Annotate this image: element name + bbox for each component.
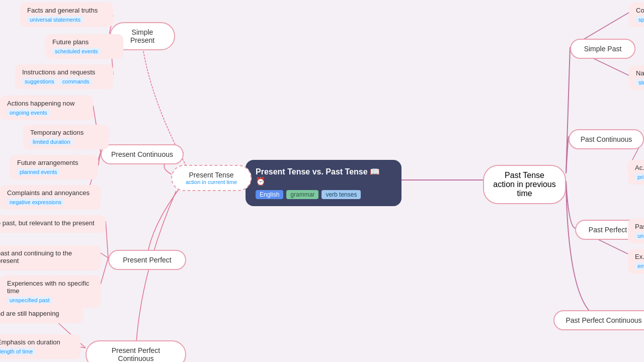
past-perfect-continuous-node[interactable]: Past Perfect Continuous [553, 310, 644, 330]
present-continuous-label: Present Continuous [111, 150, 173, 158]
svg-line-9 [106, 221, 108, 258]
leaf-temporary[interactable]: Temporary actions limited duration [23, 125, 109, 149]
leaf-past-continuing[interactable]: past and continuing to the present [0, 245, 101, 270]
leaf-actions-now-label: Actions happening now [7, 100, 86, 107]
svg-line-19 [566, 47, 570, 173]
tag-grammar[interactable]: grammar [286, 190, 318, 199]
leaf-narrative-right-label: Na... [636, 69, 644, 77]
past-continuous-label: Past Continuous [581, 135, 632, 143]
svg-line-11 [101, 258, 108, 284]
leaf-emphasis-sub: length of time [0, 348, 73, 355]
leaf-emphasis-label: Emphasis on duration [0, 338, 73, 346]
leaf-future-plans[interactable]: Future plans scheduled events [45, 34, 123, 59]
leaf-future-plans-label: Future plans [52, 38, 116, 46]
leaf-completed-right-label: Co... [636, 7, 644, 14]
simple-present-label: Simple Present [130, 28, 154, 44]
leaf-temporary-label: Temporary actions [30, 129, 102, 136]
central-tags: English grammar verb tenses [256, 190, 391, 199]
leaf-complaints-sub: negative expressions [7, 199, 94, 206]
simple-past-label: Simple Past [584, 45, 622, 53]
present-tense-label: Present Tense [181, 171, 242, 179]
leaf-past-relevant[interactable]: e past, but relevant to the present [0, 215, 106, 233]
leaf-experience-right-label: Ex... [635, 253, 644, 260]
present-perfect-label: Present Perfect [123, 256, 172, 264]
tag-verbtenses[interactable]: verb tenses [321, 190, 361, 199]
leaf-actions-now[interactable]: Actions happening now ongoing events [0, 96, 93, 120]
leaf-complaints-label: Complaints and annoyances [7, 189, 94, 197]
leaf-emphasis[interactable]: Emphasis on duration length of time [0, 334, 80, 359]
past-perfect-continuous-label: Past Perfect Continuous [566, 316, 642, 324]
present-continuous-node[interactable]: Present Continuous [101, 144, 184, 164]
leaf-experiences-sub: unspecified past [7, 297, 94, 304]
present-perfect-continuous-node[interactable]: Present Perfect Continuous [86, 340, 186, 362]
past-tense-label: Past Tense [493, 171, 556, 180]
present-tense-node[interactable]: Present Tense action in current time [171, 165, 252, 191]
past-tense-node[interactable]: Past Tense action in previous time [483, 165, 566, 204]
simple-past-node[interactable]: Simple Past [570, 39, 635, 59]
present-tense-sublabel: action in current time [181, 179, 242, 185]
leaf-instructions-label: Instructions and requests [22, 68, 106, 76]
leaf-still-happening[interactable]: nd are still happening [0, 306, 83, 323]
leaf-completed-right[interactable]: Co... spe... [629, 3, 644, 27]
leaf-actions-now-sub: ongoing events [7, 109, 86, 116]
leaf-experiences[interactable]: Experiences with no specific time unspec… [0, 276, 101, 308]
leaf-complaints[interactable]: Complaints and annoyances negative expre… [0, 185, 101, 210]
leaf-past-action-right-label: Pas... [635, 223, 644, 230]
leaf-experience-right[interactable]: Ex... em... [628, 249, 644, 274]
leaf-facts[interactable]: Facts and general truths universal state… [20, 3, 113, 27]
past-perfect-label: Past Perfect [589, 226, 627, 234]
leaf-past-continuing-label: past and continuing to the present [0, 249, 94, 264]
leaf-past-relevant-label: e past, but relevant to the present [0, 219, 99, 227]
present-perfect-continuous-label: Present Perfect Continuous [112, 346, 160, 362]
leaf-past-action-right[interactable]: Pas... uns... [628, 219, 644, 243]
leaf-experiences-label: Experiences with no specific time [7, 280, 94, 295]
leaf-temporary-sub: limited duration [30, 138, 102, 145]
leaf-facts-label: Facts and general truths [27, 7, 106, 14]
leaf-future-arr[interactable]: Future arrangements planned events [10, 155, 98, 179]
leaf-still-happening-label: nd are still happening [0, 310, 76, 317]
leaf-instructions[interactable]: Instructions and requests suggestions co… [15, 64, 113, 89]
tag-english[interactable]: English [256, 190, 283, 199]
present-perfect-node[interactable]: Present Perfect [108, 250, 186, 270]
central-node[interactable]: Present Tense vs. Past Tense 📖 ⏰ English… [246, 160, 401, 206]
leaf-actions-right[interactable]: Ac... pri... [628, 160, 644, 185]
central-title: Present Tense vs. Past Tense 📖 ⏰ [256, 167, 391, 186]
leaf-instructions-sub: suggestions commands [22, 78, 106, 85]
past-continuous-node[interactable]: Past Continuous [569, 129, 644, 149]
leaf-future-arr-label: Future arrangements [17, 159, 91, 166]
leaf-future-arr-sub: planned events [17, 168, 91, 175]
leaf-narrative-right[interactable]: Na... sto... [629, 65, 644, 90]
leaf-actions-right-label: Ac... [635, 164, 644, 171]
svg-line-10 [101, 253, 108, 258]
past-tense-sublabel: action in previous time [493, 180, 556, 198]
leaf-facts-sub: universal statements [27, 16, 106, 23]
leaf-future-plans-sub: scheduled events [52, 48, 116, 55]
